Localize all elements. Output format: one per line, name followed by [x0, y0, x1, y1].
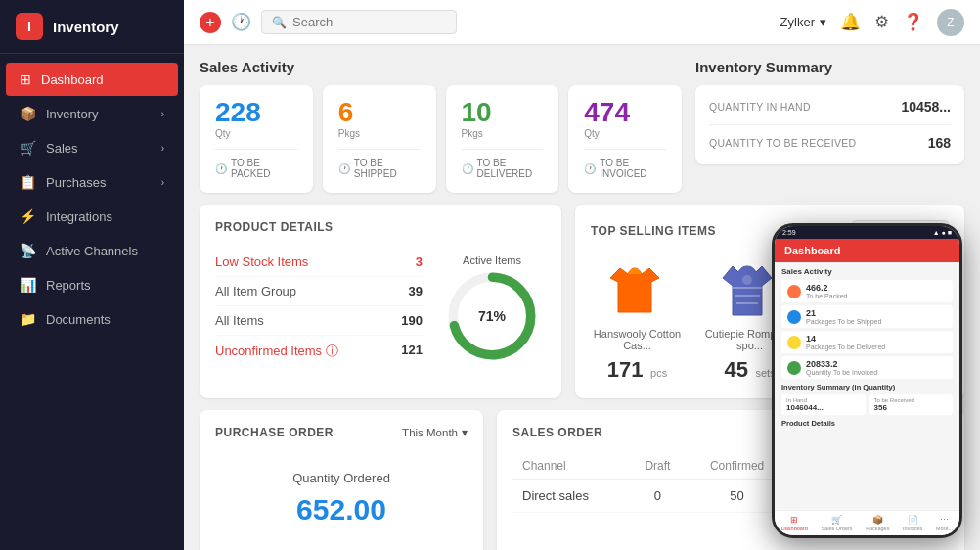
sidebar-item-documents[interactable]: 📁 Documents	[6, 302, 178, 336]
mobile-card-4: 20833.2 Quantity To be Invoiced	[781, 356, 953, 379]
history-icon[interactable]: 🕐	[231, 12, 251, 32]
mobile-inv-hand-val: 1046044...	[786, 403, 861, 412]
yellow-dot	[787, 336, 801, 349]
invoice-footer: 🕐 TO BE INVOICED	[584, 149, 666, 179]
top-selling-item-1: Hanswooly Cotton Cas... 171 pcs	[591, 255, 684, 383]
user-menu[interactable]: Zylker ▾	[780, 15, 826, 29]
row-draft: 0	[628, 480, 689, 513]
inv-row-receive: QUANTITY TO BE RECEIVED 168	[709, 125, 951, 160]
sales-icon: 🛒	[20, 140, 36, 156]
purchases-icon: 📋	[20, 174, 36, 190]
ship-number: 6	[338, 99, 421, 126]
mobile-inv-receive: To be Received 356	[869, 394, 954, 415]
po-qty-label: Quantity Ordered	[225, 471, 458, 485]
svg-point-2	[742, 275, 752, 285]
sidebar-item-integrations[interactable]: ⚡ Integrations	[6, 200, 178, 233]
purchase-order-section: PURCHASE ORDER This Month ▾ Quantity Ord…	[200, 410, 483, 550]
po-qty-value: 652.00	[225, 493, 458, 527]
inv-label-receive: QUANTITY TO BE RECEIVED	[709, 137, 856, 149]
reports-icon: 📊	[20, 277, 36, 293]
mobile-lbl-1: To be Packed	[806, 293, 847, 299]
ship-unit: Pkgs	[338, 128, 421, 139]
po-content: Quantity Ordered 652.00	[215, 455, 468, 542]
sales-arrow-icon: ›	[161, 143, 164, 154]
sales-activity-title: Sales Activity	[200, 59, 682, 75]
search-box[interactable]: 🔍	[261, 10, 457, 34]
settings-icon[interactable]: ⚙	[874, 12, 889, 32]
app-logo-icon: I	[16, 13, 43, 40]
sales-activity-section: Sales Activity 228 Qty 🕐 TO BE PACKED 6	[200, 59, 682, 193]
invoice-unit: Qty	[584, 128, 666, 139]
blue-dot	[787, 310, 801, 324]
pack-number: 228	[215, 99, 297, 126]
clock-icon-pack: 🕐	[215, 163, 227, 174]
sidebar-item-reports[interactable]: 📊 Reports	[6, 268, 178, 301]
search-icon: 🔍	[272, 16, 287, 29]
pack-footer: 🕐 TO BE PACKED	[215, 149, 297, 179]
ship-footer: 🕐 TO BE SHIPPED	[338, 149, 421, 179]
product-details-left: Low Stock Items 3 All Item Group 39 All …	[215, 248, 423, 367]
sidebar-item-sales[interactable]: 🛒 Sales ›	[6, 131, 178, 164]
mobile-footer-packages[interactable]: 📦 Packages	[866, 515, 889, 531]
sidebar-label-sales: Sales	[46, 141, 78, 156]
item1-count: 171	[607, 357, 644, 382]
pd-row-low-stock: Low Stock Items 3	[215, 248, 423, 277]
sales-card-invoice: 474 Qty 🕐 TO BE INVOICED	[568, 85, 682, 193]
item1-image	[591, 255, 679, 324]
mobile-content: Sales Activity 466.2 To be Packed 21 Pac…	[775, 262, 959, 510]
purchases-arrow-icon: ›	[161, 177, 164, 188]
pd-row-all-items: All Items 190	[215, 306, 423, 336]
sidebar-item-inventory[interactable]: 📦 Inventory ›	[6, 97, 178, 130]
mobile-product-title: Product Details	[781, 419, 953, 428]
active-channels-icon: 📡	[20, 243, 36, 258]
mobile-card-1: 466.2 To be Packed	[781, 280, 953, 302]
orange-dot	[787, 285, 801, 298]
po-filter[interactable]: This Month ▾	[402, 426, 468, 439]
product-details-title: PRODUCT DETAILS	[215, 220, 546, 234]
integrations-icon: ⚡	[20, 208, 36, 224]
mobile-inv-hand: In Hand 1046044...	[781, 394, 866, 415]
green-dot	[787, 361, 801, 375]
pd-label-all-items: All Items	[215, 313, 264, 328]
pd-value-item-group: 39	[409, 284, 423, 298]
sidebar-nav: ⊞ Dashboard 📦 Inventory › 🛒 Sales › 📋 Pu…	[0, 54, 184, 550]
item1-count-row: 171 pcs	[591, 357, 684, 383]
item1-name: Hanswooly Cotton Cas...	[591, 328, 684, 351]
inventory-summary-title: Inventory Summary	[695, 59, 964, 75]
help-icon[interactable]: ❓	[903, 12, 923, 32]
mobile-footer-dashboard[interactable]: ⊞ Dashboard	[781, 515, 808, 531]
inv-row-hand: QUANTITY IN HAND 10458...	[709, 89, 951, 125]
pd-label-item-group: All Item Group	[215, 284, 296, 298]
pack-unit: Qty	[215, 128, 297, 139]
po-title: PURCHASE ORDER	[215, 426, 334, 439]
sidebar: I Inventory ⊞ Dashboard 📦 Inventory › 🛒 …	[0, 0, 184, 550]
top-row: Sales Activity 228 Qty 🕐 TO BE PACKED 6	[200, 59, 964, 193]
invoice-number: 474	[584, 99, 666, 126]
donut-label: Active Items	[463, 254, 521, 266]
sidebar-label-inventory: Inventory	[46, 107, 98, 121]
sidebar-item-active-channels[interactable]: 📡 Active Channels	[6, 234, 178, 267]
col-draft: Draft	[628, 453, 689, 480]
sidebar-item-purchases[interactable]: 📋 Purchases ›	[6, 165, 178, 199]
deliver-footer: 🕐 TO BE DELIVERED	[462, 149, 544, 179]
sidebar-label-active-channels: Active Channels	[46, 244, 138, 258]
mobile-footer-invoices[interactable]: 📄 Invoices	[903, 515, 922, 531]
avatar[interactable]: Z	[937, 9, 964, 36]
item2-count: 45	[724, 357, 747, 382]
donut-center-text: 71%	[478, 308, 506, 324]
add-button[interactable]: +	[200, 12, 221, 33]
inv-value-receive: 168	[928, 135, 951, 151]
mobile-val-3: 14	[806, 334, 885, 344]
sidebar-label-dashboard: Dashboard	[41, 72, 104, 87]
inv-label-hand: QUANTITY IN HAND	[709, 101, 811, 113]
mobile-status-bar: 2:59 ▲ ● ■	[775, 226, 959, 239]
mobile-card-2: 21 Packages To be Shipped	[781, 305, 953, 328]
mobile-footer-more[interactable]: ⋯ More...	[936, 515, 953, 531]
search-input[interactable]	[292, 15, 439, 29]
sidebar-item-dashboard[interactable]: ⊞ Dashboard	[6, 63, 178, 96]
notification-icon[interactable]: 🔔	[840, 12, 861, 32]
sidebar-logo[interactable]: I Inventory	[0, 0, 184, 54]
mobile-footer-sales-orders[interactable]: 🛒 Sales Orders	[821, 515, 852, 531]
inv-value-hand: 10458...	[901, 99, 951, 115]
sales-card-deliver: 10 Pkgs 🕐 TO BE DELIVERED	[446, 85, 559, 193]
